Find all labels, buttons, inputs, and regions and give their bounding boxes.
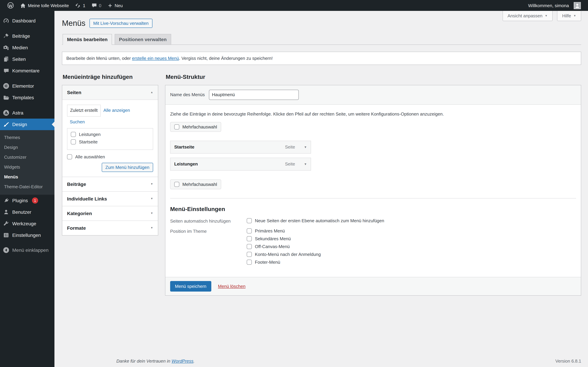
live-preview-button[interactable]: Mit Live-Vorschau verwalten [89,19,152,28]
sidebar-item-label: Kommentare [12,68,39,73]
wordpress-logo-menu[interactable] [4,0,17,11]
update-count: 1 [83,3,85,8]
sidebar-item-label: Templates [12,95,34,100]
bulk-select-top[interactable]: Mehrfachauswahl [170,122,221,132]
auto-add-checkbox[interactable] [247,218,252,223]
tab-positionen-verwalten[interactable]: Positionen verwalten [114,34,171,45]
select-all-checkbox[interactable] [67,154,72,159]
accordion-title-formate[interactable]: Formate ▼ [62,221,158,235]
admin-bar-left: Meine tolle Webseite 1 0 Neu [4,0,126,11]
position-option-label: Sekundäres Menü [255,236,291,241]
accordion-title-label: Kategorien [67,211,92,216]
menu-name-input[interactable] [209,90,299,100]
wordpress-logo-icon [7,2,14,9]
sidebar-item-beitraege[interactable]: Beiträge [0,30,54,42]
theme-position-label: Position im Theme [170,228,247,265]
primary-menu-checkbox[interactable] [247,228,252,234]
sidebar-item-label: Elementor [12,83,34,89]
edit-menu-notice: Bearbeite dein Menü unten, oder erstelle… [62,52,581,65]
help-button[interactable]: Hilfe ▼ [557,11,581,21]
footer-menu-checkbox[interactable] [247,260,252,265]
menu-structure-column: Menü-Struktur Name des Menüs Ziehe die E… [165,74,581,296]
sidebar-item-astra[interactable]: Astra [0,107,54,119]
sidebar-item-kommentare[interactable]: Kommentare [0,65,54,76]
create-new-menu-link[interactable]: erstelle ein neues Menü [132,56,179,61]
sidebar-item-templates[interactable]: Templates [0,92,54,103]
bulk-select-checkbox[interactable] [174,182,179,187]
submenu-item-design[interactable]: Design [0,142,54,152]
tab-alle-anzeigen[interactable]: Alle anzeigen [101,105,133,116]
site-name-menu[interactable]: Meine tolle Webseite [17,0,72,11]
menu-item-leistungen[interactable]: Leistungen Seite ▼ [170,158,311,171]
submenu-item-themes[interactable]: Themes [0,133,54,142]
sidebar-item-elementor[interactable]: Elementor [0,80,54,92]
page-item-label: Leistungen [79,132,101,137]
plus-icon [108,3,113,8]
save-menu-button[interactable]: Menü speichern [170,281,211,292]
bulk-select-bottom[interactable]: Mehrfachauswahl [170,179,221,189]
accordion-title-individuelle-links[interactable]: Individuelle Links ▼ [62,192,158,206]
accordion-title-label: Beiträge [67,182,86,187]
off-canvas-menu-checkbox[interactable] [247,244,252,249]
tab-suchen[interactable]: Suchen [67,116,87,127]
comments-menu[interactable]: 0 [88,0,104,11]
media-icon [3,44,9,51]
sidebar-separator [0,26,54,30]
startseite-checkbox[interactable] [71,140,76,145]
bulk-select-checkbox[interactable] [174,124,179,129]
auto-add-label: Seiten automatisch hinzufügen [170,218,247,224]
account-menu-checkbox[interactable] [247,252,252,257]
wordpress-link[interactable]: WordPress [172,359,193,364]
menu-items-list: Startseite Seite ▼ Leistungen Seite ▼ [170,141,576,171]
bulk-select-label: Mehrfachauswahl [182,124,217,129]
leistungen-checkbox[interactable] [71,132,76,137]
plugin-icon [3,197,9,204]
nav-tabs: Menüs bearbeiten Positionen verwalten [62,34,581,45]
delete-menu-link[interactable]: Menü löschen [218,284,245,289]
add-items-accordion: Seiten ▲ Zuletzt erstelltAlle anzeigenSu… [62,85,158,236]
submenu-item-widgets[interactable]: Widgets [0,162,54,172]
sidebar-item-plugins[interactable]: Plugins 1 [0,195,54,206]
my-account-menu[interactable]: Willkommen, simona [525,0,584,11]
sidebar-item-einstellungen[interactable]: Einstellungen [0,229,54,241]
secondary-menu-checkbox[interactable] [247,236,252,241]
tab-menues-bearbeiten[interactable]: Menüs bearbeiten [63,34,112,45]
sidebar-item-seiten[interactable]: Seiten [0,53,54,65]
sidebar-item-dashboard[interactable]: Dashboard [0,15,54,26]
updates-menu[interactable]: 1 [72,0,88,11]
submenu-item-customizer[interactable]: Customizer [0,152,54,162]
pages-icon [3,56,9,63]
sidebar-item-medien[interactable]: Medien [0,42,54,53]
submenu-item-theme-datei-editor[interactable]: Theme-Datei-Editor [0,182,54,192]
screen-options-label: Ansicht anpassen [508,13,542,18]
tab-zuletzt-erstellt[interactable]: Zuletzt erstellt [67,105,101,116]
plugins-update-badge: 1 [32,197,38,204]
position-option-label: Konto-Menü nach der Anmeldung [255,252,321,257]
sidebar-item-label: Werkzeuge [12,221,36,226]
chevron-down-icon[interactable]: ▼ [304,145,307,149]
accordion-title-kategorien[interactable]: Kategorien ▼ [62,206,158,221]
sidebar-separator [0,103,54,107]
sidebar-item-design[interactable]: Design [0,119,54,130]
add-to-menu-button[interactable]: Zum Menü hinzufügen [102,163,153,172]
main-content: Ansicht anpassen ▼ Hilfe ▼ Menüs Mit Liv… [54,11,588,367]
screen-options-button[interactable]: Ansicht anpassen ▼ [502,11,553,21]
pages-panel-body: Zuletzt erstelltAlle anzeigenSuchen Leis… [62,100,158,177]
chevron-down-icon[interactable]: ▼ [304,162,307,166]
sidebar-item-benutzer[interactable]: Benutzer [0,206,54,218]
menu-item-startseite[interactable]: Startseite Seite ▼ [170,141,311,154]
new-label: Neu [115,3,123,8]
chevron-down-icon: ▼ [150,183,153,186]
sidebar-separator [0,76,54,80]
submenu-item-menues[interactable]: Menüs [0,172,54,182]
admin-sidebar: Dashboard Beiträge Medien Seiten Kommen [0,11,54,367]
position-option-row: Primäres Menü [247,228,576,234]
new-content-menu[interactable]: Neu [104,0,126,11]
collapse-menu-button[interactable]: Menü einklappen [0,244,54,256]
accordion-title-beitraege[interactable]: Beiträge ▼ [62,177,158,192]
menu-name-label: Name des Menüs [170,92,205,97]
accordion-title-label: Formate [67,225,86,231]
sidebar-item-werkzeuge[interactable]: Werkzeuge [0,218,54,229]
page-item-label: Startseite [79,140,98,145]
accordion-title-seiten[interactable]: Seiten ▲ [62,85,158,100]
